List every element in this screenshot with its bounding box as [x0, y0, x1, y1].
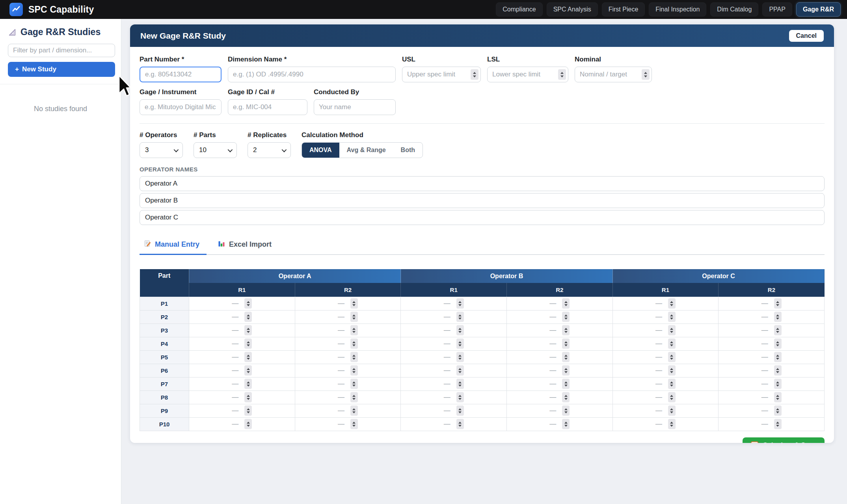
measurement-cell-p1-operator-a-r1[interactable]: — [189, 297, 295, 310]
cell-stepper-icon[interactable] [562, 379, 570, 389]
measurement-cell-p6-operator-c-r2[interactable]: — [719, 364, 825, 377]
measurement-cell-p4-operator-c-r2[interactable]: — [719, 337, 825, 350]
measurement-cell-p3-operator-a-r2[interactable]: — [295, 324, 401, 337]
cancel-button[interactable]: Cancel [789, 30, 824, 42]
cell-stepper-icon[interactable] [774, 312, 782, 322]
operator-name-input-3[interactable] [140, 210, 825, 225]
tab-excel-import[interactable]: Excel Import [216, 236, 273, 254]
measurement-cell-p5-operator-c-r2[interactable]: — [719, 350, 825, 364]
cell-stepper-icon[interactable] [244, 325, 252, 335]
measurement-cell-p1-operator-c-r2[interactable]: — [719, 297, 825, 310]
measurement-cell-p8-operator-c-r1[interactable]: — [612, 391, 719, 404]
cell-stepper-icon[interactable] [456, 405, 464, 416]
cell-stepper-icon[interactable] [562, 419, 570, 429]
nav-item-ppap[interactable]: PPAP [762, 2, 792, 17]
lsl-input[interactable] [487, 67, 568, 82]
measurement-cell-p3-operator-a-r1[interactable]: — [189, 324, 295, 337]
cell-stepper-icon[interactable] [668, 338, 676, 349]
cell-stepper-icon[interactable] [350, 365, 358, 376]
measurement-cell-p4-operator-c-r1[interactable]: — [612, 337, 719, 350]
cell-stepper-icon[interactable] [456, 419, 464, 429]
measurement-cell-p4-operator-b-r2[interactable]: — [506, 337, 612, 350]
measurement-cell-p9-operator-a-r2[interactable]: — [295, 404, 401, 417]
measurement-cell-p1-operator-a-r2[interactable]: — [295, 297, 401, 310]
nav-item-compliance[interactable]: Compliance [496, 2, 542, 17]
measurement-cell-p2-operator-b-r1[interactable]: — [401, 310, 507, 324]
measurement-cell-p3-operator-b-r1[interactable]: — [401, 324, 507, 337]
cell-stepper-icon[interactable] [456, 352, 464, 362]
measurement-cell-p3-operator-c-r2[interactable]: — [719, 324, 825, 337]
measurement-cell-p6-operator-c-r1[interactable]: — [612, 364, 719, 377]
cell-stepper-icon[interactable] [668, 325, 676, 335]
cell-stepper-icon[interactable] [456, 365, 464, 376]
usl-input[interactable] [402, 67, 481, 82]
cell-stepper-icon[interactable] [244, 392, 252, 402]
cell-stepper-icon[interactable] [668, 419, 676, 429]
usl-stepper-icon[interactable] [471, 69, 478, 80]
cell-stepper-icon[interactable] [774, 325, 782, 335]
cell-stepper-icon[interactable] [456, 379, 464, 389]
measurement-cell-p8-operator-a-r2[interactable]: — [295, 391, 401, 404]
operator-name-input-1[interactable] [140, 176, 825, 191]
cell-stepper-icon[interactable] [350, 379, 358, 389]
measurement-cell-p2-operator-c-r1[interactable]: — [612, 310, 719, 324]
cell-stepper-icon[interactable] [774, 365, 782, 376]
operators-count-select[interactable]: 3 [140, 142, 183, 158]
cell-stepper-icon[interactable] [668, 298, 676, 309]
nav-item-gage-r-r[interactable]: Gage R&R [796, 2, 841, 17]
measurement-cell-p10-operator-a-r2[interactable]: — [295, 417, 401, 431]
cell-stepper-icon[interactable] [244, 352, 252, 362]
cell-stepper-icon[interactable] [668, 392, 676, 402]
measurement-cell-p4-operator-a-r2[interactable]: — [295, 337, 401, 350]
measurement-cell-p8-operator-a-r1[interactable]: — [189, 391, 295, 404]
cell-stepper-icon[interactable] [668, 365, 676, 376]
cell-stepper-icon[interactable] [774, 405, 782, 416]
measurement-cell-p5-operator-c-r1[interactable]: — [612, 350, 719, 364]
measurement-cell-p1-operator-c-r1[interactable]: — [612, 297, 719, 310]
cell-stepper-icon[interactable] [774, 419, 782, 429]
measurement-cell-p5-operator-a-r1[interactable]: — [189, 350, 295, 364]
cell-stepper-icon[interactable] [456, 325, 464, 335]
measurement-cell-p9-operator-c-r2[interactable]: — [719, 404, 825, 417]
nav-item-first-piece[interactable]: First Piece [602, 2, 645, 17]
measurement-cell-p7-operator-b-r1[interactable]: — [401, 377, 507, 391]
cell-stepper-icon[interactable] [562, 392, 570, 402]
cell-stepper-icon[interactable] [774, 298, 782, 309]
cell-stepper-icon[interactable] [350, 312, 358, 322]
nominal-input[interactable] [575, 67, 652, 82]
measurement-cell-p3-operator-b-r2[interactable]: — [506, 324, 612, 337]
calc-method-option-avg-range[interactable]: Avg & Range [339, 143, 393, 158]
measurement-cell-p8-operator-b-r2[interactable]: — [506, 391, 612, 404]
measurement-cell-p2-operator-b-r2[interactable]: — [506, 310, 612, 324]
cell-stepper-icon[interactable] [456, 298, 464, 309]
cell-stepper-icon[interactable] [562, 325, 570, 335]
measurement-cell-p2-operator-c-r2[interactable]: — [719, 310, 825, 324]
measurement-cell-p6-operator-b-r1[interactable]: — [401, 364, 507, 377]
measurement-cell-p10-operator-b-r1[interactable]: — [401, 417, 507, 431]
measurement-cell-p7-operator-c-r1[interactable]: — [612, 377, 719, 391]
cell-stepper-icon[interactable] [350, 392, 358, 402]
measurement-cell-p6-operator-b-r2[interactable]: — [506, 364, 612, 377]
conducted-by-input[interactable] [314, 99, 396, 115]
calculate-save-button[interactable]: Calculate & Save [743, 437, 825, 443]
measurement-cell-p7-operator-a-r1[interactable]: — [189, 377, 295, 391]
nav-item-spc-analysis[interactable]: SPC Analysis [547, 2, 598, 17]
cell-stepper-icon[interactable] [668, 379, 676, 389]
measurement-cell-p1-operator-b-r2[interactable]: — [506, 297, 612, 310]
measurement-cell-p10-operator-c-r1[interactable]: — [612, 417, 719, 431]
parts-count-select[interactable]: 10 [194, 142, 237, 158]
cell-stepper-icon[interactable] [350, 419, 358, 429]
cell-stepper-icon[interactable] [244, 379, 252, 389]
cell-stepper-icon[interactable] [562, 365, 570, 376]
measurement-cell-p1-operator-b-r1[interactable]: — [401, 297, 507, 310]
cell-stepper-icon[interactable] [774, 379, 782, 389]
cell-stepper-icon[interactable] [456, 312, 464, 322]
measurement-cell-p2-operator-a-r2[interactable]: — [295, 310, 401, 324]
measurement-cell-p10-operator-c-r2[interactable]: — [719, 417, 825, 431]
measurement-cell-p9-operator-b-r2[interactable]: — [506, 404, 612, 417]
lsl-stepper-icon[interactable] [558, 69, 566, 80]
calc-method-option-anova[interactable]: ANOVA [302, 143, 339, 158]
cell-stepper-icon[interactable] [562, 338, 570, 349]
measurement-cell-p10-operator-a-r1[interactable]: — [189, 417, 295, 431]
nominal-stepper-icon[interactable] [642, 69, 650, 80]
